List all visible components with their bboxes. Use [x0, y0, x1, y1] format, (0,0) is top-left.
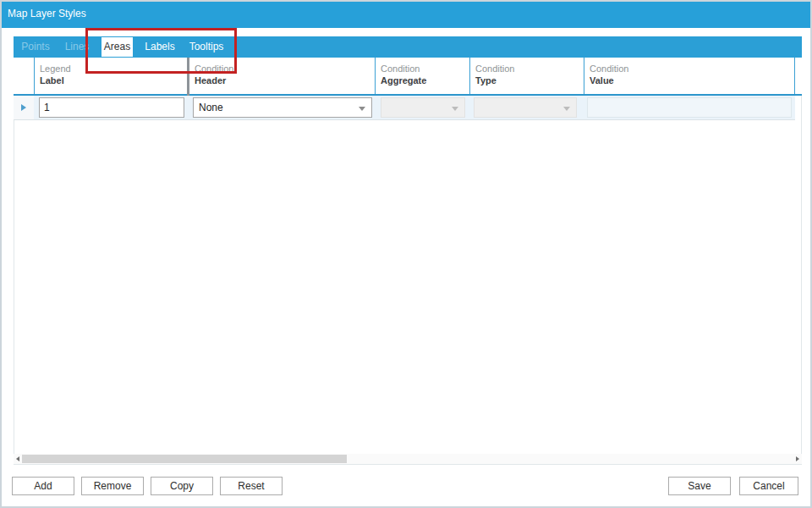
condition-aggregate-dropdown: [381, 97, 465, 118]
grid-data-row[interactable]: None: [14, 96, 795, 120]
column-group-label: Condition: [590, 63, 794, 75]
row-selector-cell[interactable]: [14, 96, 34, 119]
copy-button[interactable]: Copy: [151, 477, 213, 495]
horizontal-scrollbar[interactable]: [14, 454, 802, 464]
tab-strip: Points Lines Areas Labels Tooltips: [14, 36, 802, 58]
column-name-label: Aggregate: [381, 75, 469, 86]
dropdown-arrow-icon: [563, 107, 570, 111]
tab-tooltips[interactable]: Tooltips: [184, 36, 228, 58]
cancel-button[interactable]: Cancel: [739, 477, 798, 495]
window-title: Map Layer Styles: [8, 8, 86, 19]
condition-header-dropdown[interactable]: None: [193, 97, 372, 118]
scroll-right-arrow-icon[interactable]: [796, 456, 799, 461]
legend-label-input[interactable]: [39, 97, 184, 118]
condition-type-dropdown: [474, 97, 577, 118]
column-header-condition-type[interactable]: Condition Type: [469, 58, 584, 94]
condition-header-value: None: [199, 102, 223, 113]
column-group-label: Condition: [381, 63, 469, 75]
tab-areas[interactable]: Areas: [102, 37, 133, 57]
scrollbar-thumb[interactable]: [22, 455, 347, 463]
tab-points[interactable]: Points: [14, 36, 58, 58]
column-group-label: Condition: [195, 63, 375, 75]
dropdown-arrow-icon: [452, 107, 458, 111]
column-group-label: Legend: [40, 63, 187, 75]
current-row-arrow-icon: [21, 104, 26, 111]
grid-header-row: Legend Label Condition Header Condition …: [14, 58, 802, 96]
dropdown-arrow-icon: [359, 107, 365, 111]
column-header-condition-header[interactable]: Condition Header: [189, 58, 375, 94]
column-group-label: Condition: [475, 63, 584, 75]
save-button[interactable]: Save: [668, 477, 731, 495]
column-name-label: Value: [590, 75, 794, 86]
tab-labels[interactable]: Labels: [139, 36, 181, 58]
column-name-label: Header: [195, 75, 375, 86]
column-header-legend-label[interactable]: Legend Label: [34, 58, 187, 94]
condition-value-field: [587, 97, 792, 118]
scroll-left-arrow-icon[interactable]: [16, 456, 19, 461]
remove-button[interactable]: Remove: [81, 477, 144, 495]
add-button[interactable]: Add: [12, 477, 74, 495]
title-bar[interactable]: Map Layer Styles: [0, 0, 812, 28]
column-name-label: Label: [40, 75, 187, 86]
column-header-condition-aggregate[interactable]: Condition Aggregate: [375, 58, 469, 94]
tab-lines[interactable]: Lines: [58, 36, 96, 58]
column-name-label: Type: [475, 75, 584, 86]
reset-button[interactable]: Reset: [220, 477, 283, 495]
column-header-condition-value[interactable]: Condition Value: [584, 58, 795, 94]
